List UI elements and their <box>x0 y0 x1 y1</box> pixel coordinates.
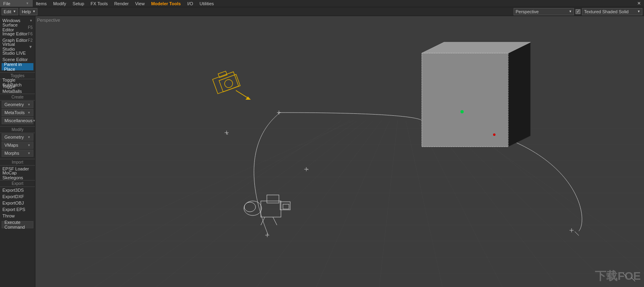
surface-editor-item[interactable]: Surface Editor F5 <box>0 24 35 31</box>
miscellaneous-btn[interactable]: Miscellaneous ▼ <box>2 117 33 124</box>
svg-line-15 <box>245 121 382 287</box>
cube-green-dot <box>460 110 464 113</box>
throw-label: Throw <box>2 213 15 218</box>
help-dropdown[interactable]: Help ▼ <box>20 8 38 15</box>
export-obj-label: ExportOBJ <box>2 201 24 205</box>
svg-line-16 <box>309 121 390 287</box>
export-eps-label: Export EPS <box>2 207 25 212</box>
edit-dropdown[interactable]: Edit ▼ <box>2 8 18 15</box>
items-menu[interactable]: Items <box>33 0 50 7</box>
studio-live-label: Studio LIVE <box>2 51 26 55</box>
svg-line-12 <box>96 121 357 287</box>
throw-item[interactable]: Throw <box>0 213 35 219</box>
viewport-label: Perspective <box>37 18 60 23</box>
watermark: 下载FOE <box>595 269 641 284</box>
main-area: Windows ▼ Surface Editor F5 Image Editor… <box>0 16 644 287</box>
export-dxf-label: ExportDXF <box>2 194 24 199</box>
cube-front <box>422 53 508 147</box>
export3ds-label: Export3DS <box>2 188 24 193</box>
cube-right <box>508 42 530 147</box>
vmaps-btn[interactable]: VMaps ▼ <box>2 141 33 149</box>
utilities-menu[interactable]: Utilities <box>196 0 217 7</box>
virtual-studio-arrow: ▼ <box>29 45 33 49</box>
virtual-studio-item[interactable]: Virtual Studio ▼ <box>0 43 35 50</box>
setup-menu[interactable]: Setup <box>69 0 87 7</box>
windows-arrow: ▼ <box>29 19 33 23</box>
metatools-btn[interactable]: MetaTools ▼ <box>2 109 33 116</box>
create-header: Create <box>0 94 35 100</box>
svg-rect-28 <box>219 74 240 92</box>
export-eps-item[interactable]: Export EPS <box>0 206 35 213</box>
toggle-metaballs-label: Toggle MetaBalls <box>2 84 33 94</box>
vmaps-label: VMaps <box>4 143 18 148</box>
execute-command-label: Execute Command <box>4 220 31 230</box>
edit-label: Edit <box>4 9 11 14</box>
window-close[interactable]: ✕ <box>634 0 644 7</box>
geometry-create-label: Geometry <box>4 102 24 107</box>
image-editor-label: Image Editor <box>2 31 27 36</box>
texture-checkbox[interactable]: ✓ <box>576 9 580 14</box>
shading-dropdown[interactable]: Textured Shaded Solid ▼ <box>582 8 642 15</box>
svg-point-36 <box>244 202 256 212</box>
export-header: Export <box>0 180 35 187</box>
second-toolbar: Edit ▼ Help ▼ Perspective ▼ ✓ Textured S… <box>0 7 644 16</box>
parent-in-place-label: Parent in Place <box>4 62 31 72</box>
image-editor-item[interactable]: Image Editor F6 <box>0 31 35 37</box>
modeler-tools-menu[interactable]: Modeler Tools <box>148 0 184 7</box>
viewport[interactable]: Perspective 下载FOE <box>35 16 644 287</box>
path-handles <box>227 113 308 170</box>
miscellaneous-arrow: ▼ <box>33 119 35 123</box>
image-editor-key: F6 <box>28 32 33 36</box>
geometry-arrow: ▼ <box>27 103 31 107</box>
help-label: Help <box>22 9 31 14</box>
shading-arrow: ▼ <box>637 10 640 13</box>
edit-arrow: ▼ <box>13 10 16 13</box>
svg-point-29 <box>223 78 234 89</box>
viewport-svg <box>35 16 644 287</box>
geometry-modify-arrow: ▼ <box>27 135 31 139</box>
render-menu[interactable]: Render <box>111 0 132 7</box>
morphs-label: Morphs <box>4 151 19 156</box>
morphs-btn[interactable]: Morphs ▼ <box>2 150 33 157</box>
metatools-label: MetaTools <box>4 110 25 115</box>
metatools-arrow: ▼ <box>27 111 31 115</box>
parent-in-place-btn[interactable]: Parent in Place <box>2 63 33 70</box>
toggle-metaballs-item[interactable]: Toggle MetaBalls <box>0 86 35 92</box>
view-menu[interactable]: View <box>132 0 148 7</box>
vmaps-arrow: ▼ <box>27 144 31 147</box>
help-arrow: ▼ <box>33 10 36 13</box>
file-menu[interactable]: File ▼ <box>0 0 32 7</box>
mocap-skelegons-label: MoCap Skelegons <box>2 170 33 180</box>
shading-label: Textured Shaded Solid <box>584 9 629 14</box>
studio-live-item[interactable]: Studio LIVE <box>0 50 35 56</box>
perspective-label: Perspective <box>516 9 539 14</box>
morphs-arrow: ▼ <box>27 152 31 155</box>
scene-editor-label: Scene Editor <box>2 57 28 62</box>
mocap-skelegons-item[interactable]: MoCap Skelegons <box>0 172 35 178</box>
top-menubar: File ▼ Items Modify Setup FX Tools Rende… <box>0 0 644 7</box>
cube-red-dot <box>493 133 495 136</box>
svg-line-40 <box>273 217 277 225</box>
import-header: Import <box>0 159 35 166</box>
fx-tools-menu[interactable]: FX Tools <box>87 0 111 7</box>
file-label: File <box>3 1 10 6</box>
miscellaneous-label: Miscellaneous <box>4 118 33 123</box>
io-menu[interactable]: I/O <box>184 0 196 7</box>
geometry-create-btn[interactable]: Geometry ▼ <box>2 101 33 108</box>
modify-header: Modify <box>0 126 35 133</box>
geometry-modify-btn[interactable]: Geometry ▼ <box>2 133 33 141</box>
sidebar: Windows ▼ Surface Editor F5 Image Editor… <box>0 16 35 287</box>
execute-command-container: Execute Command <box>0 221 35 229</box>
perspective-arrow: ▼ <box>569 10 572 13</box>
export-obj-item[interactable]: ExportOBJ <box>0 200 35 206</box>
perspective-dropdown[interactable]: Perspective ▼ <box>514 8 574 15</box>
texture-checkbox-container: ✓ <box>576 9 580 14</box>
execute-command-btn[interactable]: Execute Command <box>2 221 33 228</box>
export-dxf-item[interactable]: ExportDXF <box>0 193 35 200</box>
svg-line-24 <box>71 121 349 277</box>
svg-line-25 <box>71 121 341 287</box>
surface-editor-key: F5 <box>28 25 33 30</box>
svg-rect-37 <box>280 202 290 210</box>
modify-menu[interactable]: Modify <box>50 0 69 7</box>
export3ds-item[interactable]: Export3DS <box>0 187 35 193</box>
